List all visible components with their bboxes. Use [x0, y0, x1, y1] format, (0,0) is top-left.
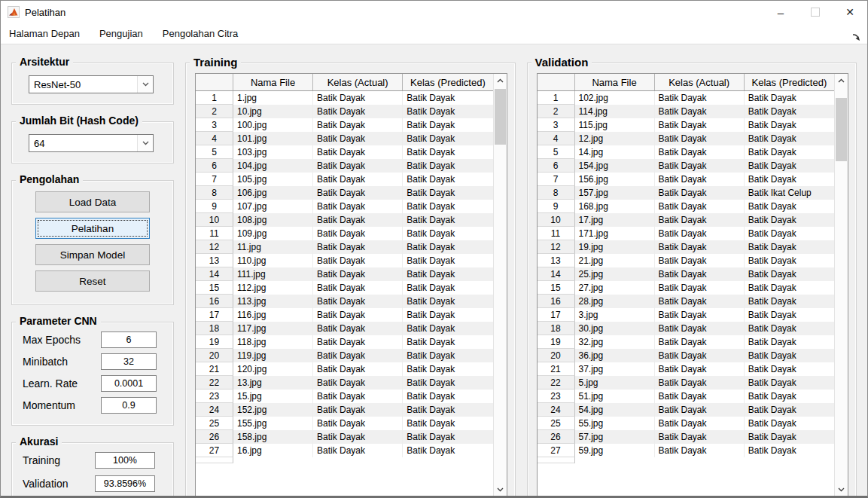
table-row[interactable]: 1017.jpgBatik DayakBatik Dayak: [538, 213, 835, 227]
table-row[interactable]: 225.jpgBatik DayakBatik Dayak: [538, 376, 835, 390]
row-number: 15: [196, 281, 233, 295]
button-simpan-model[interactable]: Simpan Model: [35, 244, 150, 265]
table-row[interactable]: 4101.jpgBatik DayakBatik Dayak: [196, 132, 493, 145]
cell-nama-file: 116.jpg: [233, 308, 313, 322]
table-row[interactable]: 173.jpgBatik DayakBatik Dayak: [538, 308, 835, 322]
table-row[interactable]: 8106.jpgBatik DayakBatik Dayak: [196, 186, 493, 200]
table-row[interactable]: 2555.jpgBatik DayakBatik Dayak: [538, 417, 835, 430]
table-row[interactable]: 20119.jpgBatik DayakBatik Dayak: [196, 349, 493, 362]
table-row[interactable]: 1932.jpgBatik DayakBatik Dayak: [538, 335, 835, 349]
table-row[interactable]: 9168.jpgBatik DayakBatik Dayak: [538, 200, 835, 213]
table-row[interactable]: 15112.jpgBatik DayakBatik Dayak: [196, 281, 493, 295]
cell-nama-file: 113.jpg: [233, 295, 313, 308]
button-load-data[interactable]: Load Data: [35, 191, 150, 212]
row-number: 9: [538, 200, 575, 213]
table-row[interactable]: 11171.jpgBatik DayakBatik Dayak: [538, 227, 835, 240]
menu-item-pengujian[interactable]: Pengujian: [99, 28, 143, 39]
table-row[interactable]: 1628.jpgBatik DayakBatik Dayak: [538, 295, 835, 308]
table-row[interactable]: 1219.jpgBatik DayakBatik Dayak: [538, 240, 835, 254]
table-row[interactable]: 7105.jpgBatik DayakBatik Dayak: [196, 173, 493, 186]
scrollbar-thumb[interactable]: [495, 89, 506, 145]
cell-nama-file: 51.jpg: [575, 390, 655, 403]
table-row[interactable]: 7156.jpgBatik DayakBatik Dayak: [538, 173, 835, 186]
table-row[interactable]: 21120.jpgBatik DayakBatik Dayak: [196, 362, 493, 376]
table-row[interactable]: 2114.jpgBatik DayakBatik Dayak: [538, 105, 835, 118]
table-row[interactable]: 2315.jpgBatik DayakBatik Dayak: [196, 390, 493, 403]
table-row[interactable]: 18117.jpgBatik DayakBatik Dayak: [196, 322, 493, 335]
scroll-down-icon[interactable]: [835, 484, 848, 496]
field-input-momentum[interactable]: [101, 397, 157, 414]
table-row[interactable]: 5103.jpgBatik DayakBatik Dayak: [196, 145, 493, 159]
table-row[interactable]: 8157.jpgBatik DayakBatik Ikat Celup: [538, 186, 835, 200]
table-row[interactable]: 2351.jpgBatik DayakBatik Dayak: [538, 390, 835, 403]
table-row[interactable]: 2759.jpgBatik DayakBatik Dayak: [538, 444, 835, 457]
training-scrollbar[interactable]: [493, 74, 507, 496]
row-number: [196, 457, 233, 463]
table-row[interactable]: 6104.jpgBatik DayakBatik Dayak: [196, 159, 493, 173]
table-row[interactable]: 2036.jpgBatik DayakBatik Dayak: [538, 349, 835, 362]
button-pelatihan[interactable]: Pelatihan: [35, 218, 150, 239]
table-row[interactable]: 1102.jpgBatik DayakBatik Dayak: [538, 91, 835, 105]
table-row[interactable]: 24152.jpgBatik DayakBatik Dayak: [196, 403, 493, 417]
jumlah-bit-dropdown[interactable]: 64: [29, 134, 154, 152]
table-row[interactable]: 16113.jpgBatik DayakBatik Dayak: [196, 295, 493, 308]
validation-scrollbar[interactable]: [834, 74, 848, 496]
cell-nama-file: 152.jpg: [233, 403, 313, 417]
table-row[interactable]: 210.jpgBatik DayakBatik Dayak: [196, 105, 493, 118]
table-row[interactable]: 1321.jpgBatik DayakBatik Dayak: [538, 254, 835, 267]
column-header-rownum: [196, 74, 233, 90]
cell-kelas-predicted: Batik Dayak: [745, 200, 834, 213]
cell-kelas-predicted: Batik Dayak: [745, 295, 834, 308]
field-input-validation[interactable]: [95, 475, 155, 492]
table-row[interactable]: 17116.jpgBatik DayakBatik Dayak: [196, 308, 493, 322]
table-row[interactable]: 514.jpgBatik DayakBatik Dayak: [538, 145, 835, 159]
validation-table-body: 1102.jpgBatik DayakBatik Dayak2114.jpgBa…: [538, 91, 835, 463]
cell-kelas-predicted: Batik Dayak: [403, 417, 492, 430]
table-row[interactable]: 3115.jpgBatik DayakBatik Dayak: [538, 118, 835, 132]
scroll-down-icon[interactable]: [494, 484, 507, 496]
dock-arrow-icon[interactable]: [851, 32, 860, 41]
table-row[interactable]: 1425.jpgBatik DayakBatik Dayak: [538, 267, 835, 281]
cell-kelas-predicted: Batik Dayak: [745, 132, 834, 145]
arsitektur-dropdown[interactable]: ResNet-50: [29, 75, 154, 93]
table-row[interactable]: 1211.jpgBatik DayakBatik Dayak: [196, 240, 493, 254]
table-row[interactable]: 14111.jpgBatik DayakBatik Dayak: [196, 267, 493, 281]
field-input-max-epochs[interactable]: [101, 331, 157, 348]
table-row[interactable]: 2454.jpgBatik DayakBatik Dayak: [538, 403, 835, 417]
cell-nama-file: 59.jpg: [575, 444, 655, 457]
table-row[interactable]: 1830.jpgBatik DayakBatik Dayak: [538, 322, 835, 335]
table-row[interactable]: 2657.jpgBatik DayakBatik Dayak: [538, 430, 835, 444]
table-row[interactable]: 6154.jpgBatik DayakBatik Dayak: [538, 159, 835, 173]
table-row[interactable]: 2716.jpgBatik DayakBatik Dayak: [196, 444, 493, 457]
table-row[interactable]: 412.jpgBatik DayakBatik Dayak: [538, 132, 835, 145]
matlab-app-icon: [8, 6, 20, 18]
table-row[interactable]: 19118.jpgBatik DayakBatik Dayak: [196, 335, 493, 349]
table-row[interactable]: 10108.jpgBatik DayakBatik Dayak: [196, 213, 493, 227]
panel-title-akurasi: Akurasi: [16, 435, 62, 448]
table-row[interactable]: 2137.jpgBatik DayakBatik Dayak: [538, 362, 835, 376]
table-row[interactable]: 2213.jpgBatik DayakBatik Dayak: [196, 376, 493, 390]
table-row[interactable]: 11109.jpgBatik DayakBatik Dayak: [196, 227, 493, 240]
cell-kelas-predicted: Batik Dayak: [745, 91, 834, 105]
table-row[interactable]: 1527.jpgBatik DayakBatik Dayak: [538, 281, 835, 295]
table-row[interactable]: 25155.jpgBatik DayakBatik Dayak: [196, 417, 493, 430]
field-input-training[interactable]: [95, 452, 155, 469]
menu-item-pengolahan-citra[interactable]: Pengolahan Citra: [163, 28, 238, 39]
table-row[interactable]: 11.jpgBatik DayakBatik Dayak: [196, 91, 493, 105]
table-row[interactable]: 3100.jpgBatik DayakBatik Dayak: [196, 118, 493, 132]
button-reset[interactable]: Reset: [35, 270, 150, 292]
table-row[interactable]: 9107.jpgBatik DayakBatik Dayak: [196, 200, 493, 213]
field-input-learn-rate[interactable]: [101, 375, 157, 392]
row-number: 17: [196, 308, 233, 322]
scrollbar-thumb[interactable]: [836, 98, 847, 161]
field-input-minibatch[interactable]: [101, 353, 157, 370]
close-button[interactable]: ✕: [833, 1, 867, 23]
cell-nama-file: 1.jpg: [233, 91, 313, 105]
scroll-up-icon[interactable]: [835, 75, 848, 87]
cell-kelas-actual: Batik Dayak: [313, 267, 403, 281]
training-table-body: 11.jpgBatik DayakBatik Dayak210.jpgBatik…: [196, 91, 493, 463]
table-row[interactable]: 26158.jpgBatik DayakBatik Dayak: [196, 430, 493, 444]
menu-item-halaman-depan[interactable]: Halaman Depan: [9, 28, 80, 39]
table-row[interactable]: 13110.jpgBatik DayakBatik Dayak: [196, 254, 493, 267]
scroll-up-icon[interactable]: [494, 75, 507, 87]
